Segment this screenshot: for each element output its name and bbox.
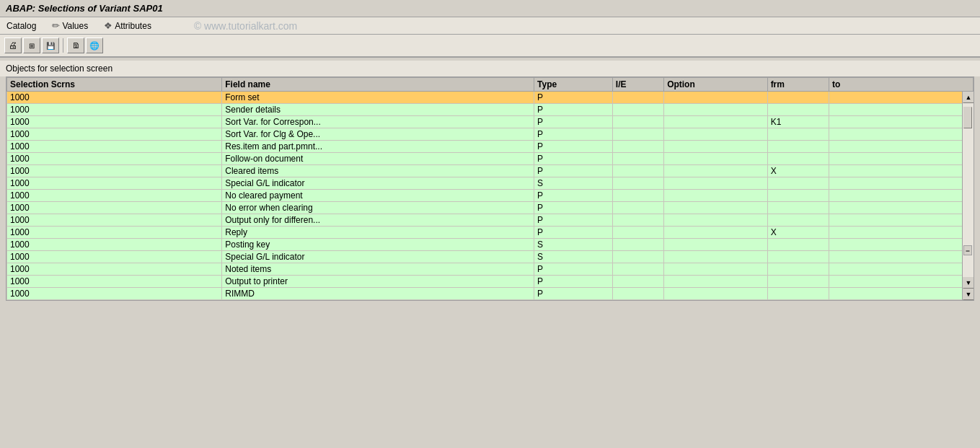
cell-to — [829, 288, 974, 300]
cell-ie — [612, 116, 663, 128]
table-row[interactable]: 1000Res.item and part.pmnt...P — [7, 141, 974, 153]
cell-field: Posting key — [222, 239, 534, 251]
cell-to — [829, 214, 974, 227]
main-content: Objects for selection screen Selection S… — [0, 58, 980, 304]
cell-ie — [612, 227, 663, 239]
values-label: Values — [62, 21, 88, 31]
cell-option — [664, 116, 768, 128]
cell-frm — [767, 239, 829, 251]
title-bar: ABAP: Selections of Variant SAP01 — [0, 0, 980, 17]
cell-option — [664, 276, 768, 288]
filter-button[interactable]: ⊞ — [23, 38, 40, 53]
cell-option — [664, 177, 768, 190]
cell-ie — [612, 190, 663, 202]
cell-type: P — [534, 276, 613, 288]
cell-option — [664, 128, 768, 141]
cell-type: P — [534, 104, 613, 116]
cell-to — [829, 190, 974, 202]
cell-frm — [767, 214, 829, 227]
cell-to — [829, 276, 974, 288]
pencil-icon: ✏ — [52, 20, 60, 31]
cell-to — [829, 116, 974, 128]
table-row[interactable]: 1000Posting keyS — [7, 239, 974, 251]
scrollbar[interactable]: ▲ ═ ▼ ▼ — [962, 92, 974, 300]
cell-scrns: 1000 — [7, 214, 222, 227]
cell-scrns: 1000 — [7, 227, 222, 239]
cell-scrns: 1000 — [7, 165, 222, 177]
cell-to — [829, 92, 974, 104]
table-row[interactable]: 1000Form setP — [7, 92, 974, 104]
scroll-marker: ═ — [963, 245, 972, 255]
preview-button[interactable]: 🖺 — [67, 38, 84, 53]
scroll-bottom-button[interactable]: ▼ — [963, 289, 974, 300]
cell-field: Sort Var. for Correspon... — [222, 116, 534, 128]
col-scrns: Selection Scrns — [7, 78, 222, 92]
cell-field: No cleared payment — [222, 190, 534, 202]
table-row[interactable]: 1000Cleared itemsPX — [7, 165, 974, 177]
cell-type: S — [534, 177, 613, 190]
print-icon: 🖨 — [9, 40, 17, 50]
print-button[interactable]: 🖨 — [4, 38, 22, 53]
table-row[interactable]: 1000Follow-on documentP — [7, 153, 974, 165]
cell-scrns: 1000 — [7, 202, 222, 214]
table-row[interactable]: 1000Output to printerP — [7, 276, 974, 288]
menu-catalog[interactable]: Catalog — [4, 20, 38, 32]
save-icon: 💾 — [46, 42, 55, 50]
table-row[interactable]: 1000Sort Var. for Clg & Ope...P — [7, 128, 974, 141]
cell-ie — [612, 251, 663, 263]
cell-frm — [767, 128, 829, 141]
table-row[interactable]: 1000No error when clearingP — [7, 202, 974, 214]
cell-option — [664, 141, 768, 153]
table-row[interactable]: 1000RIMMDP — [7, 288, 974, 300]
cell-frm — [767, 141, 829, 153]
menu-values[interactable]: ✏ Values — [50, 19, 90, 32]
cell-type: P — [534, 190, 613, 202]
cell-frm: X — [767, 227, 829, 239]
cell-field: Follow-on document — [222, 153, 534, 165]
cell-field: Form set — [222, 92, 534, 104]
table-row[interactable]: 1000Special G/L indicatorS — [7, 177, 974, 190]
cell-field: Reply — [222, 227, 534, 239]
filter-icon: ⊞ — [29, 42, 35, 50]
table-body: 1000Form setP1000Sender detailsP1000Sort… — [7, 92, 974, 300]
cell-frm — [767, 251, 829, 263]
cell-scrns: 1000 — [7, 104, 222, 116]
cell-to — [829, 202, 974, 214]
cell-field: Sender details — [222, 104, 534, 116]
scroll-up-button[interactable]: ▲ — [963, 92, 974, 103]
cell-scrns: 1000 — [7, 288, 222, 300]
attributes-icon: ❖ — [104, 20, 112, 31]
cell-scrns: 1000 — [7, 190, 222, 202]
table-row[interactable]: 1000No cleared paymentP — [7, 190, 974, 202]
menu-attributes[interactable]: ❖ Attributes — [102, 19, 154, 32]
cell-frm — [767, 276, 829, 288]
cell-field: Sort Var. for Clg & Ope... — [222, 128, 534, 141]
cell-frm — [767, 104, 829, 116]
cell-field: Cleared items — [222, 165, 534, 177]
cell-ie — [612, 104, 663, 116]
cell-option — [664, 214, 768, 227]
cell-to — [829, 227, 974, 239]
globe-button[interactable]: 🌐 — [86, 38, 103, 53]
table-row[interactable]: 1000ReplyPX — [7, 227, 974, 239]
app-title: ABAP: Selections of Variant SAP01 — [6, 3, 163, 14]
cell-field: Res.item and part.pmnt... — [222, 141, 534, 153]
cell-to — [829, 104, 974, 116]
scroll-down-button[interactable]: ▼ — [963, 277, 974, 289]
table-row[interactable]: 1000Output only for differen...P — [7, 214, 974, 227]
table-row[interactable]: 1000Special G/L indicatorS — [7, 251, 974, 263]
scroll-thumb[interactable] — [963, 107, 972, 128]
save-button[interactable]: 💾 — [42, 38, 59, 53]
table-row[interactable]: 1000Noted itemsP — [7, 263, 974, 276]
cell-frm — [767, 153, 829, 165]
cell-ie — [612, 288, 663, 300]
cell-field: Special G/L indicator — [222, 251, 534, 263]
cell-type: P — [534, 165, 613, 177]
table-row[interactable]: 1000Sender detailsP — [7, 104, 974, 116]
cell-type: P — [534, 288, 613, 300]
cell-option — [664, 251, 768, 263]
cell-to — [829, 153, 974, 165]
table-row[interactable]: 1000Sort Var. for Correspon...PK1 — [7, 116, 974, 128]
cell-frm — [767, 202, 829, 214]
cell-to — [829, 141, 974, 153]
